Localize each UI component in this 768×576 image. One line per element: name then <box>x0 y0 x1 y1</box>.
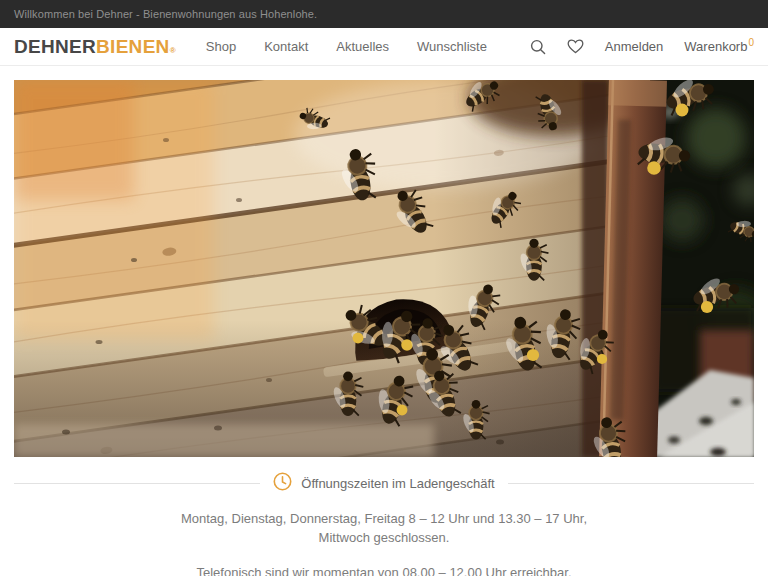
login-link[interactable]: Anmelden <box>605 39 664 54</box>
header-actions: Anmelden Warenkorb0 <box>530 39 754 55</box>
phone-availability-text: Telefonisch sind wir momentan von 08.00 … <box>40 564 728 576</box>
welcome-text: Willkommen bei Dehner - Bienenwohnungen … <box>14 8 317 20</box>
beehive-photo <box>14 80 754 457</box>
cart-label: Warenkorb <box>684 39 747 54</box>
main-nav: Shop Kontakt Aktuelles Wunschliste <box>206 39 487 54</box>
cart-link[interactable]: Warenkorb0 <box>684 39 754 54</box>
logo-part-dark: DEHNER <box>14 36 96 57</box>
opening-hours-header: Öffnungszeiten im Ladengeschäft <box>14 472 754 494</box>
divider-right <box>508 483 754 484</box>
opening-hours-title: Öffnungszeiten im Ladengeschäft <box>273 472 494 494</box>
opening-hours-line1: Montag, Dienstag, Donnerstag, Freitag 8 … <box>181 511 587 526</box>
opening-hours-line2: Mittwoch geschlossen. <box>319 530 450 545</box>
logo[interactable]: DEHNERBIENEN® <box>14 36 176 58</box>
heart-icon[interactable] <box>567 39 584 54</box>
cart-count-badge: 0 <box>748 37 754 48</box>
search-icon[interactable] <box>530 39 546 55</box>
nav-item-kontakt[interactable]: Kontakt <box>264 39 308 54</box>
logo-registered-mark: ® <box>170 46 176 55</box>
logo-part-accent: BIENEN <box>96 36 170 57</box>
nav-item-wunschliste[interactable]: Wunschliste <box>417 39 487 54</box>
nav-item-aktuelles[interactable]: Aktuelles <box>336 39 389 54</box>
opening-hours-heading: Öffnungszeiten im Ladengeschäft <box>301 476 494 491</box>
topbar: Willkommen bei Dehner - Bienenwohnungen … <box>0 0 768 28</box>
site-header: DEHNERBIENEN® Shop Kontakt Aktuelles Wun… <box>0 28 768 66</box>
clock-icon <box>273 472 292 494</box>
nav-item-shop[interactable]: Shop <box>206 39 236 54</box>
opening-hours-text: Montag, Dienstag, Donnerstag, Freitag 8 … <box>40 510 728 548</box>
hero-image <box>14 80 754 457</box>
divider-left <box>14 483 260 484</box>
